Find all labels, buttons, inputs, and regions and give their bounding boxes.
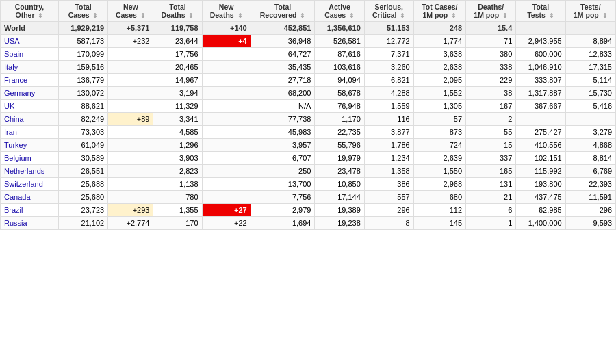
cell-testsPop: 9,593 — [565, 217, 615, 230]
col-header-activeCases[interactable]: ActiveCases ⇕ — [315, 1, 364, 22]
country-link[interactable]: USA — [4, 37, 20, 45]
country-link[interactable]: Spain — [4, 50, 23, 58]
cell-serious: 7,371 — [364, 48, 413, 61]
cell-totCasesPop: 112 — [413, 204, 465, 217]
col-header-deathsPop[interactable]: Deaths/1M pop ⇕ — [466, 1, 516, 22]
cell-country[interactable]: Switzerland — [1, 178, 59, 191]
cell-totCasesPop: 2,639 — [413, 152, 465, 165]
cell-totalRecovered: 27,718 — [251, 74, 315, 87]
cell-newDeaths — [202, 126, 251, 139]
cell-totalDeaths: 17,756 — [153, 48, 202, 61]
cell-newDeaths — [202, 87, 251, 100]
cell-testsPop — [565, 22, 615, 35]
col-header-newCases[interactable]: NewCases ⇕ — [108, 1, 153, 22]
cell-totalTests: 410,556 — [516, 139, 565, 152]
cell-serious: 1,358 — [364, 165, 413, 178]
sort-icon: ⇕ — [92, 12, 98, 19]
cell-totalDeaths: 3,903 — [153, 152, 202, 165]
table-row: France136,77914,96727,71894,0946,8212,09… — [1, 74, 616, 87]
cell-country[interactable]: Canada — [1, 191, 59, 204]
col-header-country[interactable]: Country,Other ⇕ — [1, 1, 59, 22]
col-header-totalTests[interactable]: TotalTests ⇕ — [516, 1, 565, 22]
cell-totCasesPop: 3,638 — [413, 48, 465, 61]
cell-deathsPop: 165 — [466, 165, 516, 178]
cell-totalRecovered: 35,435 — [251, 61, 315, 74]
cell-country[interactable]: Turkey — [1, 139, 59, 152]
cell-country[interactable]: China — [1, 113, 59, 126]
cell-newDeaths — [202, 61, 251, 74]
cell-country: World — [1, 22, 59, 35]
cell-totalDeaths: 170 — [153, 217, 202, 230]
country-link[interactable]: Russia — [4, 219, 27, 227]
cell-newCases — [108, 165, 153, 178]
cell-country[interactable]: Spain — [1, 48, 59, 61]
country-link[interactable]: Switzerland — [4, 180, 43, 188]
country-link[interactable]: Canada — [4, 193, 31, 201]
cell-serious: 51,153 — [364, 22, 413, 35]
cell-newCases: +5,371 — [108, 22, 153, 35]
cell-serious: 296 — [364, 204, 413, 217]
cell-deathsPop: 337 — [466, 152, 516, 165]
col-header-totalRecovered[interactable]: TotalRecovered ⇕ — [251, 1, 315, 22]
cell-totalDeaths: 780 — [153, 191, 202, 204]
cell-country[interactable]: Italy — [1, 61, 59, 74]
cell-totalCases: 136,779 — [58, 74, 107, 87]
cell-deathsPop: 71 — [466, 35, 516, 48]
cell-newDeaths: +27 — [202, 204, 251, 217]
cell-totalDeaths: 3,194 — [153, 87, 202, 100]
cell-country[interactable]: Russia — [1, 217, 59, 230]
cell-totalCases: 88,621 — [58, 100, 107, 113]
col-header-testsPop[interactable]: Tests/1M pop ⇕ — [565, 1, 615, 22]
cell-totalCases: 170,099 — [58, 48, 107, 61]
country-link[interactable]: Turkey — [4, 141, 27, 149]
country-link[interactable]: France — [4, 76, 27, 84]
cell-country[interactable]: Brazil — [1, 204, 59, 217]
cell-totalCases: 21,102 — [58, 217, 107, 230]
cell-totCasesPop: 2,968 — [413, 178, 465, 191]
cell-totalTests: 437,475 — [516, 191, 565, 204]
cell-country[interactable]: France — [1, 74, 59, 87]
cell-newDeaths — [202, 139, 251, 152]
cell-deathsPop: 380 — [466, 48, 516, 61]
cell-totalRecovered: 1,694 — [251, 217, 315, 230]
cell-country[interactable]: Iran — [1, 126, 59, 139]
cell-country[interactable]: Germany — [1, 87, 59, 100]
table-row: Netherlands26,5512,82325023,4781,3581,55… — [1, 165, 616, 178]
table-row: World1,929,219+5,371119,758+140452,8511,… — [1, 22, 616, 35]
cell-newCases: +89 — [108, 113, 153, 126]
cell-deathsPop: 2 — [466, 113, 516, 126]
col-header-serious[interactable]: Serious,Critical ⇕ — [364, 1, 413, 22]
table-row: Spain170,09917,75664,72787,6167,3713,638… — [1, 48, 616, 61]
cell-activeCases: 10,850 — [315, 178, 364, 191]
col-header-totCasesPop[interactable]: Tot Cases/1M pop ⇕ — [413, 1, 465, 22]
cell-totalDeaths: 14,967 — [153, 74, 202, 87]
table-row: Italy159,51620,46535,435103,6163,2602,63… — [1, 61, 616, 74]
cell-country[interactable]: Netherlands — [1, 165, 59, 178]
country-link[interactable]: Brazil — [4, 206, 23, 214]
country-link[interactable]: UK — [4, 102, 14, 110]
country-link[interactable]: Netherlands — [4, 167, 44, 175]
cell-totalTests: 600,000 — [516, 48, 565, 61]
country-link[interactable]: Germany — [4, 89, 35, 97]
country-link[interactable]: Belgium — [4, 154, 31, 162]
cell-totalTests: 193,800 — [516, 178, 565, 191]
col-header-totalDeaths[interactable]: TotalDeaths ⇕ — [153, 1, 202, 22]
col-header-newDeaths[interactable]: NewDeaths ⇕ — [202, 1, 251, 22]
cell-testsPop: 8,894 — [565, 35, 615, 48]
cell-totCasesPop: 873 — [413, 126, 465, 139]
table-row: USA587,173+23223,644+436,948526,58112,77… — [1, 35, 616, 48]
country-link[interactable]: Italy — [4, 63, 18, 71]
col-header-totalCases[interactable]: TotalCases ⇕ — [58, 1, 107, 22]
cell-newCases — [108, 152, 153, 165]
cell-country[interactable]: USA — [1, 35, 59, 48]
cell-totCasesPop: 724 — [413, 139, 465, 152]
cell-activeCases: 87,616 — [315, 48, 364, 61]
cell-country[interactable]: Belgium — [1, 152, 59, 165]
cell-country[interactable]: UK — [1, 100, 59, 113]
cell-totalCases: 23,723 — [58, 204, 107, 217]
cell-serious: 3,877 — [364, 126, 413, 139]
country-link[interactable]: China — [4, 115, 24, 123]
country-link[interactable]: Iran — [4, 128, 17, 136]
cell-totCasesPop: 1,305 — [413, 100, 465, 113]
cell-totalTests: 367,667 — [516, 100, 565, 113]
